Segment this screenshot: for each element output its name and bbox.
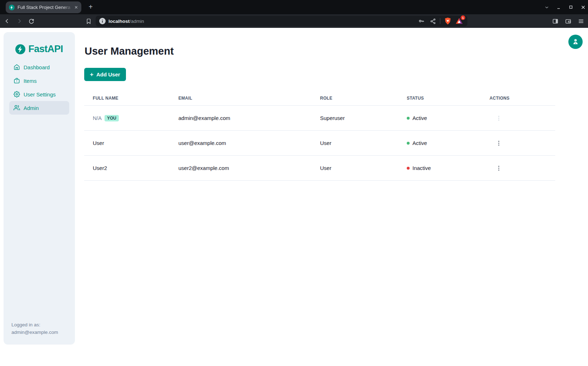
column-header-full-name: FULL NAME (84, 96, 178, 101)
plus-icon: + (90, 71, 93, 77)
rewards-badge: 1 (461, 15, 465, 20)
cell-status: Active (407, 140, 490, 146)
logged-in-footer: Logged in as: admin@example.com (4, 321, 75, 345)
table-header-row: FULL NAME EMAIL ROLE STATUS ACTIONS (84, 91, 555, 106)
status-dot-active (407, 142, 410, 145)
urlbar-actions: 1 (417, 16, 464, 26)
cell-email: user@example.com (178, 140, 320, 146)
brave-shield-icon[interactable] (443, 16, 452, 26)
sidebar-item-items[interactable]: Items (9, 74, 69, 87)
table-row: User user@example.com User Active (84, 131, 555, 156)
cell-role: User (320, 165, 407, 171)
toolbar-right-cluster (551, 17, 587, 25)
row-actions-kebab-icon[interactable] (495, 114, 503, 122)
brave-rewards-icon[interactable]: 1 (455, 16, 464, 26)
cell-full-name: User (84, 140, 178, 146)
tab-close-icon[interactable] (73, 4, 79, 11)
row-actions-kebab-icon[interactable] (495, 139, 503, 147)
sidebar-item-label: User Settings (24, 91, 56, 97)
browser-tab[interactable]: Full Stack Project Genera (6, 1, 81, 13)
sidebar-item-label: Dashboard (24, 64, 50, 70)
cell-actions (490, 164, 555, 172)
page-content: FastAPI Dashboard Items User Settings (0, 28, 588, 366)
status-dot-active (407, 117, 410, 120)
wallet-icon[interactable] (564, 17, 572, 25)
table-row: N/AYOU admin@example.com Superuser Activ… (84, 106, 555, 131)
fastapi-favicon-icon (9, 5, 15, 10)
page-title: User Management (85, 45, 555, 57)
url-path: /admin (130, 19, 144, 24)
cell-email: admin@example.com (178, 115, 320, 121)
logged-in-label: Logged in as: (11, 321, 67, 329)
user-menu-button[interactable] (568, 35, 583, 49)
sidebar-nav: Dashboard Items User Settings Admin (4, 60, 75, 115)
sidebar-item-user-settings[interactable]: User Settings (9, 87, 69, 101)
tab-search-chevron-icon[interactable] (542, 3, 551, 11)
close-window-icon[interactable] (579, 3, 587, 11)
side-panel-icon[interactable] (551, 17, 559, 25)
url-bar[interactable]: localhost/admin 1 (96, 16, 467, 26)
sidebar-item-dashboard[interactable]: Dashboard (9, 60, 69, 74)
column-header-actions: ACTIONS (490, 96, 555, 101)
cell-full-name: N/AYOU (84, 115, 178, 121)
users-table: FULL NAME EMAIL ROLE STATUS ACTIONS N/AY… (84, 91, 555, 181)
sidebar-item-label: Admin (24, 105, 39, 111)
tab-title: Full Stack Project Genera (17, 5, 73, 10)
share-icon[interactable] (429, 17, 437, 25)
cell-full-name: User2 (84, 165, 178, 171)
back-icon[interactable] (2, 16, 12, 26)
url-host: localhost (108, 19, 130, 24)
cell-status: Active (407, 115, 490, 121)
forward-icon[interactable] (14, 16, 24, 26)
full-name-value: N/A (93, 115, 102, 121)
cell-actions (490, 139, 555, 147)
logged-in-email: admin@example.com (11, 329, 67, 336)
status-value: Active (412, 115, 427, 121)
cell-email: user2@example.com (178, 165, 320, 171)
briefcase-icon (14, 77, 20, 84)
main-content: User Management + Add User FULL NAME EMA… (84, 28, 555, 181)
cell-role: User (320, 140, 407, 146)
home-icon (14, 64, 20, 70)
sidebar-item-label: Items (24, 78, 37, 84)
fastapi-logo-text: FastAPI (28, 44, 63, 55)
sidebar-item-admin[interactable]: Admin (9, 101, 69, 115)
menu-hamburger-icon[interactable] (577, 17, 585, 25)
add-user-label: Add User (96, 71, 120, 77)
browser-tab-strip: Full Stack Project Genera + (0, 0, 588, 14)
bookmark-icon[interactable] (84, 17, 93, 25)
url-text: localhost/admin (108, 19, 144, 24)
sidebar: FastAPI Dashboard Items User Settings (4, 32, 75, 345)
urlbar-separator (440, 18, 440, 24)
add-user-button[interactable]: + Add User (84, 68, 126, 81)
gear-icon (14, 91, 20, 97)
minimize-window-icon[interactable] (554, 3, 563, 11)
column-header-email: EMAIL (178, 96, 320, 101)
maximize-window-icon[interactable] (567, 3, 575, 11)
fastapi-bolt-icon (15, 44, 25, 54)
status-value: Active (412, 140, 427, 146)
user-avatar-icon (572, 37, 579, 46)
reload-icon[interactable] (26, 16, 36, 26)
cell-status: Inactive (407, 165, 490, 171)
users-icon (14, 105, 20, 111)
new-tab-button[interactable]: + (86, 3, 95, 11)
table-row: User2 user2@example.com User Inactive (84, 156, 555, 181)
window-controls (542, 0, 587, 14)
column-header-status: STATUS (407, 96, 490, 101)
status-dot-inactive (407, 167, 410, 170)
fastapi-logo: FastAPI (4, 44, 75, 55)
password-key-icon[interactable] (417, 17, 426, 25)
status-value: Inactive (412, 165, 431, 171)
cell-actions (490, 114, 555, 122)
browser-toolbar: localhost/admin 1 (0, 14, 588, 28)
cell-role: Superuser (320, 115, 407, 121)
column-header-role: ROLE (320, 96, 407, 101)
you-badge: YOU (105, 115, 119, 121)
site-info-icon[interactable] (99, 18, 106, 24)
row-actions-kebab-icon[interactable] (495, 164, 503, 172)
